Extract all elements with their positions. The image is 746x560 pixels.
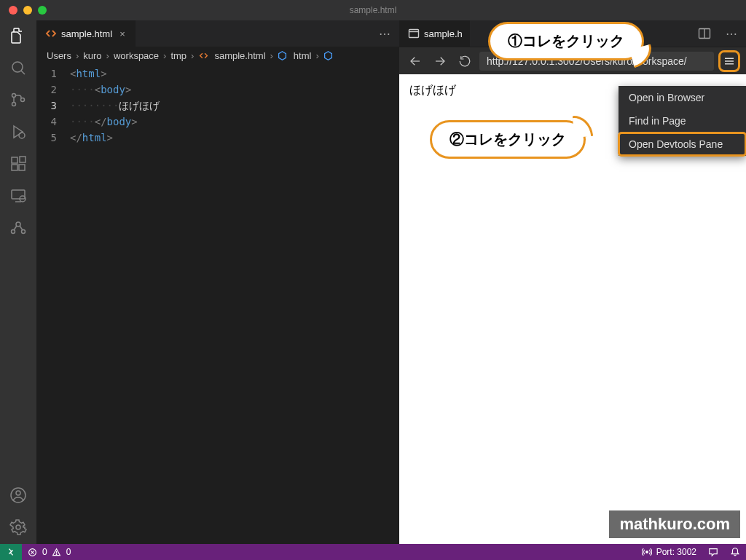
svg-line-1 [21, 71, 25, 74]
context-menu: Open in Browser Find in Page Open Devtoo… [619, 86, 746, 156]
remote-explorer-icon[interactable] [9, 186, 28, 205]
preview-icon [408, 28, 420, 39]
problems-indicator[interactable]: 0 0 [22, 544, 76, 560]
warning-icon [52, 547, 62, 557]
warning-count: 0 [66, 547, 71, 557]
search-icon[interactable] [9, 58, 28, 77]
breadcrumb[interactable]: Users› kuro› workspace› tmp› sample.html… [36, 47, 399, 64]
menu-find-in-page[interactable]: Find in Page [619, 109, 746, 133]
breadcrumb-part[interactable]: Users [47, 50, 71, 61]
breadcrumb-part[interactable]: workspace [114, 50, 159, 61]
code-editor[interactable]: 1 2 3 4 5 <html> ····<body> ········ほげほげ… [36, 64, 399, 544]
svg-point-0 [12, 62, 23, 72]
svg-rect-10 [20, 157, 25, 162]
source-control-icon[interactable] [9, 90, 28, 109]
annotation-callout-2: ②コレをクリック [430, 120, 586, 159]
tab-preview[interactable]: sample.h [399, 20, 471, 47]
symbol-icon [278, 50, 288, 60]
feedback-icon[interactable] [702, 544, 724, 560]
html-file-icon [45, 28, 57, 39]
forward-button[interactable] [430, 51, 450, 71]
code-content[interactable]: <html> ····<body> ········ほげほげ ····</bod… [70, 64, 399, 544]
tab-label: sample.html [61, 28, 112, 39]
editor-group: sample.html × ⋯ Users› kuro› workspace› … [36, 20, 399, 544]
svg-point-16 [22, 230, 25, 234]
close-tab-icon[interactable]: × [117, 28, 128, 39]
svg-point-18 [16, 491, 20, 495]
window-controls [0, 6, 47, 15]
maximize-window-button[interactable] [38, 6, 47, 15]
svg-point-15 [12, 230, 15, 234]
activity-bar [0, 20, 36, 544]
close-window-button[interactable] [9, 6, 17, 15]
symbol-icon [323, 50, 334, 60]
svg-point-2 [12, 94, 16, 98]
preview-more-icon[interactable]: ⋯ [717, 27, 746, 41]
svg-point-3 [12, 103, 16, 106]
svg-marker-5 [14, 126, 23, 138]
extensions-icon[interactable] [9, 154, 28, 173]
watermark: mathkuro.com [609, 510, 740, 538]
editor-more-icon[interactable]: ⋯ [370, 27, 399, 41]
breadcrumb-part[interactable]: tmp [170, 50, 186, 61]
preview-body-text: ほげほげ [409, 84, 456, 96]
html-file-icon [198, 50, 208, 60]
port-label: Port: 3002 [656, 547, 696, 557]
status-bar: 0 0 Port: 3002 [0, 544, 746, 560]
editor-tabs: sample.html × ⋯ [36, 20, 399, 47]
tab-label: sample.h [424, 28, 463, 39]
tab-sample-html[interactable]: sample.html × [36, 20, 136, 47]
reload-button[interactable] [455, 51, 475, 71]
svg-point-4 [21, 98, 25, 102]
menu-open-devtools[interactable]: Open Devtools Pane [619, 133, 746, 156]
run-debug-icon[interactable] [9, 122, 28, 141]
svg-rect-7 [12, 157, 17, 163]
svg-point-19 [16, 525, 20, 529]
breadcrumb-part[interactable]: sample.html [214, 50, 265, 61]
svg-point-34 [645, 551, 648, 553]
titlebar: sample.html [0, 0, 746, 20]
port-indicator[interactable]: Port: 3002 [636, 544, 702, 560]
remote-indicator[interactable] [0, 544, 22, 560]
accounts-icon[interactable] [9, 486, 28, 505]
menu-open-in-browser[interactable]: Open in Browser [619, 86, 746, 109]
preview-group: sample.h ⋯ http://127.0.0.1:3002/Users/k… [399, 20, 746, 544]
notifications-icon[interactable] [724, 544, 746, 560]
minimize-window-button[interactable] [23, 6, 32, 15]
breadcrumb-part[interactable]: kuro [83, 50, 101, 61]
error-count: 0 [42, 547, 47, 557]
explorer-icon[interactable] [9, 26, 28, 45]
split-editor-icon[interactable] [692, 27, 717, 40]
annotation-callout-1: ①コレをクリック [488, 22, 644, 60]
window-title: sample.html [0, 5, 746, 15]
live-share-icon[interactable] [9, 218, 28, 237]
back-button[interactable] [405, 51, 425, 71]
broadcast-icon [642, 547, 652, 557]
svg-rect-11 [12, 190, 25, 199]
svg-rect-8 [12, 165, 17, 170]
svg-point-33 [56, 553, 57, 554]
line-numbers: 1 2 3 4 5 [36, 64, 70, 544]
svg-point-6 [19, 133, 25, 138]
hamburger-menu-button[interactable] [718, 50, 740, 72]
svg-rect-9 [19, 165, 25, 170]
svg-rect-20 [409, 30, 419, 38]
settings-gear-icon[interactable] [9, 518, 28, 537]
breadcrumb-part[interactable]: html [294, 50, 312, 61]
error-icon [28, 547, 38, 557]
